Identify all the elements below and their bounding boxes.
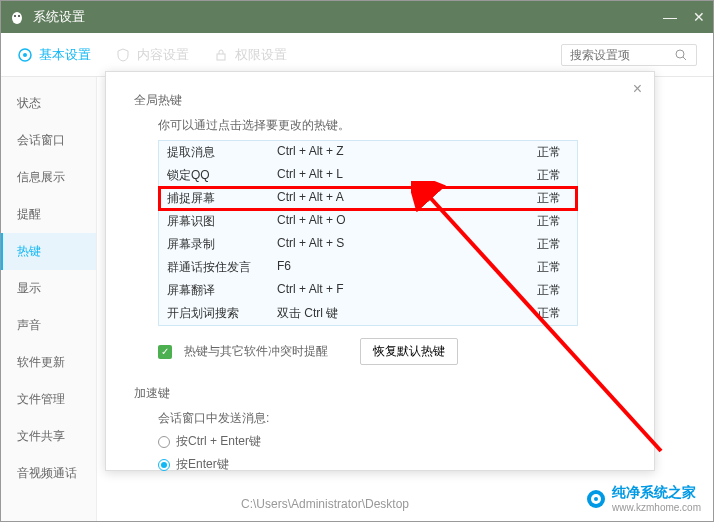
radio-ctrl-enter[interactable]: 按Ctrl + Enter键 [158, 433, 626, 450]
svg-line-7 [683, 57, 686, 60]
settings-window: 系统设置 — ✕ 基本设置 内容设置 权限设置 状态 会话窗口 信息展示 提 [0, 0, 714, 522]
sidebar: 状态 会话窗口 信息展示 提醒 热键 显示 声音 软件更新 文件管理 文件共享 … [1, 77, 97, 521]
restore-default-button[interactable]: 恢复默认热键 [360, 338, 458, 365]
tab-label: 基本设置 [39, 46, 91, 64]
svg-point-0 [12, 12, 22, 24]
hotkey-row[interactable]: 屏幕翻译Ctrl + Alt + F正常 [159, 279, 577, 302]
section-title-accel: 加速键 [134, 385, 626, 402]
titlebar: 系统设置 — ✕ [1, 1, 713, 33]
accel-desc: 会话窗口中发送消息: [158, 410, 626, 427]
sidebar-item-chat[interactable]: 会话窗口 [1, 122, 96, 159]
shield-icon [115, 47, 131, 63]
modal-close-button[interactable]: × [633, 80, 642, 98]
hotkey-modal: × 全局热键 你可以通过点击选择要更改的热键。 提取消息Ctrl + Alt +… [105, 71, 655, 471]
window-controls: — ✕ [663, 9, 705, 25]
searchbox[interactable] [561, 44, 697, 66]
sidebar-item-display[interactable]: 显示 [1, 270, 96, 307]
hotkey-row[interactable]: 屏幕识图Ctrl + Alt + O正常 [159, 210, 577, 233]
hotkey-row[interactable]: 群通话按住发言F6正常 [159, 256, 577, 279]
send-key-radio-group: 按Ctrl + Enter键 按Enter键 [158, 433, 626, 473]
svg-rect-5 [217, 54, 225, 60]
close-button[interactable]: ✕ [693, 9, 705, 25]
radio-icon [158, 436, 170, 448]
watermark-icon [586, 489, 606, 509]
lock-icon [213, 47, 229, 63]
conflict-checkbox[interactable]: ✓ [158, 345, 172, 359]
hotkey-row[interactable]: 提取消息Ctrl + Alt + Z正常 [159, 141, 577, 164]
sidebar-item-hotkey[interactable]: 热键 [1, 233, 96, 270]
section-title-global: 全局热键 [134, 92, 626, 109]
tab-content[interactable]: 内容设置 [115, 46, 189, 64]
sidebar-item-info[interactable]: 信息展示 [1, 159, 96, 196]
svg-point-6 [676, 50, 684, 58]
search-input[interactable] [570, 48, 670, 62]
tab-label: 权限设置 [235, 46, 287, 64]
hotkey-row[interactable]: 屏幕录制Ctrl + Alt + S正常 [159, 233, 577, 256]
radio-enter[interactable]: 按Enter键 [158, 456, 626, 473]
watermark-text: 纯净系统之家 [612, 484, 701, 502]
svg-point-11 [594, 497, 598, 501]
hotkey-row-highlighted[interactable]: 捕捉屏幕Ctrl + Alt + A正常 [159, 187, 577, 210]
watermark-url: www.kzmhome.com [612, 502, 701, 513]
sidebar-item-filemgr[interactable]: 文件管理 [1, 381, 96, 418]
hotkey-desc: 你可以通过点击选择要更改的热键。 [158, 117, 626, 134]
sidebar-item-sound[interactable]: 声音 [1, 307, 96, 344]
search-icon [674, 48, 688, 62]
sidebar-item-av[interactable]: 音视频通话 [1, 455, 96, 492]
hotkey-table: 提取消息Ctrl + Alt + Z正常 锁定QQCtrl + Alt + L正… [158, 140, 578, 326]
conflict-label: 热键与其它软件冲突时提醒 [184, 343, 328, 360]
svg-point-4 [23, 53, 27, 57]
conflict-row: ✓ 热键与其它软件冲突时提醒 恢复默认热键 [158, 338, 626, 365]
radio-icon [158, 459, 170, 471]
tab-permission[interactable]: 权限设置 [213, 46, 287, 64]
tab-label: 内容设置 [137, 46, 189, 64]
tab-basic[interactable]: 基本设置 [17, 46, 91, 64]
sidebar-item-remind[interactable]: 提醒 [1, 196, 96, 233]
app-icon [9, 9, 25, 25]
svg-point-1 [14, 15, 16, 17]
svg-point-2 [18, 15, 20, 17]
hotkey-row[interactable]: 锁定QQCtrl + Alt + L正常 [159, 164, 577, 187]
sidebar-item-fileshare[interactable]: 文件共享 [1, 418, 96, 455]
window-title: 系统设置 [33, 8, 663, 26]
sidebar-item-update[interactable]: 软件更新 [1, 344, 96, 381]
watermark: 纯净系统之家 www.kzmhome.com [586, 484, 701, 513]
sidebar-item-status[interactable]: 状态 [1, 85, 96, 122]
hotkey-row[interactable]: 开启划词搜索双击 Ctrl 键正常 [159, 302, 577, 325]
path-text: C:\Users\Administrator\Desktop [241, 497, 409, 511]
gear-icon [17, 47, 33, 63]
minimize-button[interactable]: — [663, 9, 677, 25]
